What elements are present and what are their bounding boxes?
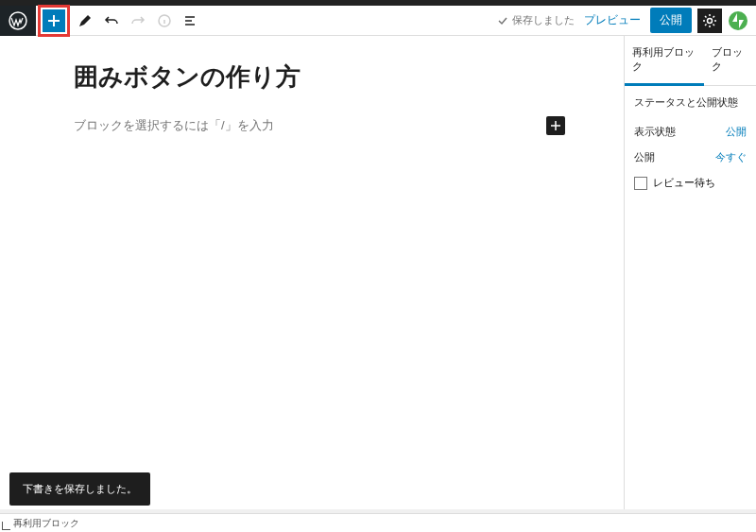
footer-breadcrumb[interactable]: 再利用ブロック: [0, 513, 756, 532]
save-status: 保存しました: [497, 13, 575, 27]
publish-label: 公開: [634, 150, 655, 164]
main-content: 囲みボタンの作り方 ブロックを選択するには「/」を入力 再利用ブロック ブロック…: [0, 36, 756, 509]
edit-icon[interactable]: [74, 9, 96, 32]
block-placeholder[interactable]: ブロックを選択するには「/」を入力: [74, 117, 274, 134]
add-block-button[interactable]: [43, 9, 65, 32]
sidebar-tabs: 再利用ブロック ブロック: [625, 36, 756, 86]
publish-button[interactable]: 公開: [650, 8, 692, 33]
status-panel-title[interactable]: ステータスと公開状態: [625, 86, 756, 119]
wordpress-logo[interactable]: [0, 6, 36, 36]
check-icon: [497, 15, 508, 26]
post-title[interactable]: 囲みボタンの作り方: [74, 60, 565, 94]
outline-icon[interactable]: [180, 9, 202, 32]
plus-icon: [550, 120, 561, 131]
pending-review-checkbox[interactable]: [634, 177, 647, 190]
inline-add-block-button[interactable]: [546, 116, 565, 135]
gear-icon: [702, 13, 717, 28]
tab-reusable-block[interactable]: 再利用ブロック: [625, 36, 704, 86]
svg-point-3: [729, 11, 747, 30]
add-block-highlight: [38, 5, 70, 37]
settings-button[interactable]: [697, 9, 722, 33]
jetpack-icon: [728, 10, 748, 31]
visibility-value[interactable]: 公開: [726, 125, 747, 139]
pending-review-row[interactable]: レビュー待ち: [625, 170, 756, 196]
redo-icon[interactable]: [127, 9, 149, 32]
visibility-label: 表示状態: [634, 125, 676, 139]
publish-value[interactable]: 今すぐ: [715, 150, 747, 164]
publish-row: 公開 今すぐ: [625, 145, 756, 170]
visibility-row: 表示状態 公開: [625, 119, 756, 145]
tab-block[interactable]: ブロック: [704, 36, 756, 85]
editor-toolbar: 保存しました プレビュー 公開: [0, 6, 756, 36]
settings-sidebar: 再利用ブロック ブロック ステータスと公開状態 表示状態 公開 公開 今すぐ レ…: [624, 36, 756, 509]
editor-area[interactable]: 囲みボタンの作り方 ブロックを選択するには「/」を入力: [0, 36, 624, 509]
preview-button[interactable]: プレビュー: [584, 12, 641, 28]
svg-point-2: [708, 18, 713, 23]
info-icon[interactable]: [153, 9, 176, 32]
save-status-text: 保存しました: [512, 13, 575, 27]
block-appender-row: ブロックを選択するには「/」を入力: [74, 116, 565, 135]
jetpack-button[interactable]: [726, 9, 750, 33]
undo-icon[interactable]: [100, 9, 123, 32]
snackbar[interactable]: 下書きを保存しました。: [9, 472, 150, 506]
pending-review-label: レビュー待ち: [653, 176, 715, 190]
